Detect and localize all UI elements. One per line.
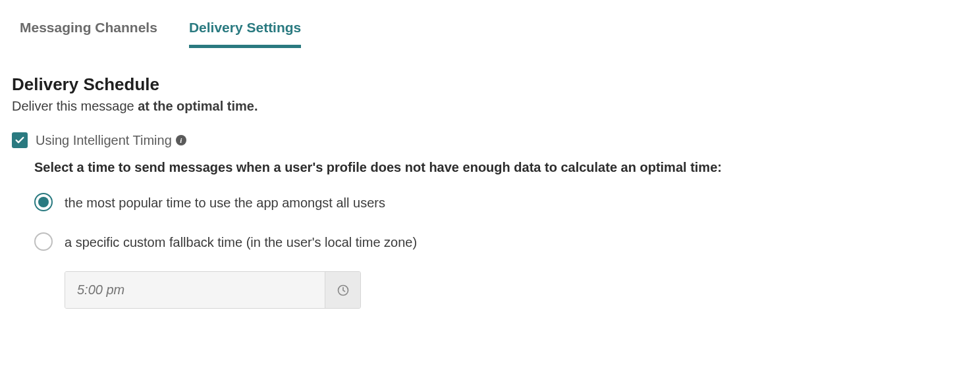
radio-custom-time[interactable]	[34, 232, 53, 251]
tab-delivery-settings[interactable]: Delivery Settings	[189, 20, 301, 48]
tabs: Messaging Channels Delivery Settings	[12, 20, 968, 48]
check-icon	[14, 135, 25, 145]
radio-popular-time-label: the most popular time to use the app amo…	[65, 192, 385, 213]
section-title: Delivery Schedule	[12, 74, 968, 95]
clock-icon	[337, 284, 350, 297]
radio-popular-time[interactable]	[34, 193, 53, 211]
fallback-prompt: Select a time to send messages when a us…	[34, 160, 968, 175]
info-icon[interactable]: i	[176, 135, 186, 145]
fallback-time-field	[65, 271, 361, 309]
fallback-option-custom: a specific custom fallback time (in the …	[34, 232, 469, 253]
subtext-bold: at the optimal time.	[138, 99, 258, 113]
fallback-time-input[interactable]	[65, 272, 325, 308]
intelligent-timing-row: Using Intelligent Timing i	[12, 132, 968, 148]
subtext-prefix: Deliver this message	[12, 99, 138, 113]
radio-custom-time-label: a specific custom fallback time (in the …	[65, 232, 417, 253]
intelligent-timing-label: Using Intelligent Timing	[36, 133, 172, 148]
tab-messaging-channels[interactable]: Messaging Channels	[20, 20, 157, 48]
intelligent-timing-label-wrap: Using Intelligent Timing i	[36, 133, 186, 148]
section-subtext: Deliver this message at the optimal time…	[12, 99, 968, 114]
time-picker-button[interactable]	[325, 272, 360, 308]
intelligent-timing-checkbox[interactable]	[12, 132, 28, 148]
fallback-block: Select a time to send messages when a us…	[12, 160, 968, 309]
fallback-option-popular: the most popular time to use the app amo…	[34, 192, 469, 213]
